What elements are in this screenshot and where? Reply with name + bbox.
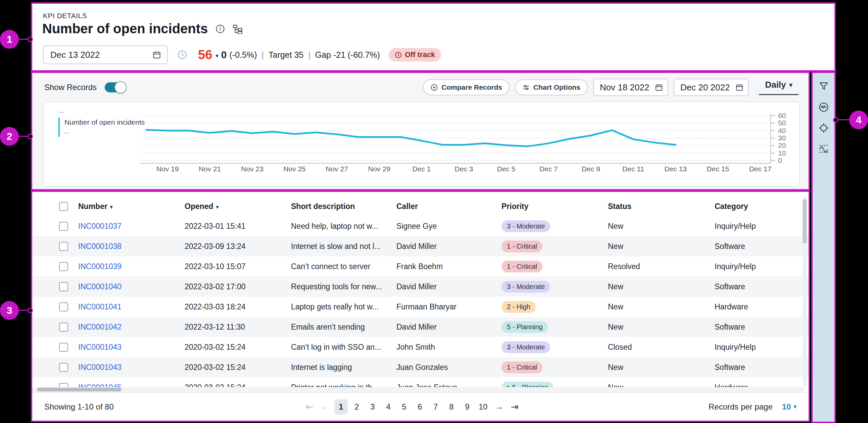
caller-cell: Juan Jose Esteve... xyxy=(396,383,464,387)
column-header[interactable]: Category xyxy=(715,202,809,211)
metric-trend-icon[interactable] xyxy=(818,102,829,113)
row-checkbox[interactable] xyxy=(59,282,68,291)
previous-page-button: ← xyxy=(318,399,332,415)
status-cell: New xyxy=(608,363,623,372)
compare-records-button[interactable]: Compare Records xyxy=(423,79,509,95)
category-cell: Software xyxy=(715,282,745,291)
column-header[interactable]: Status xyxy=(608,202,715,211)
caret-down-icon: ▾ xyxy=(789,81,793,89)
table-row: INC00010432020-03-02 15:24Internet is la… xyxy=(32,357,809,377)
caret-down-icon: ▾ xyxy=(794,403,797,410)
opened-cell: 2020-03-02 15:24 xyxy=(185,343,246,351)
row-checkbox[interactable] xyxy=(59,222,68,231)
caller-cell: David Miller xyxy=(396,242,437,251)
priority-badge: 3 - Moderate xyxy=(501,281,550,293)
chart-options-button[interactable]: Chart Options xyxy=(515,79,588,95)
next-page-button[interactable]: → xyxy=(492,399,505,415)
column-header[interactable]: Caller xyxy=(396,202,501,211)
page-button-7[interactable]: 7 xyxy=(429,399,442,415)
chart-options-label: Chart Options xyxy=(533,83,580,91)
column-header-label: Opened xyxy=(185,202,214,211)
info-icon[interactable] xyxy=(215,24,225,34)
page-button-9[interactable]: 9 xyxy=(461,399,474,415)
incident-number-link[interactable]: INC0001039 xyxy=(78,262,122,271)
opened-cell: 2022-03-12 11:30 xyxy=(185,322,245,331)
incident-number-link[interactable]: INC0001045 xyxy=(78,383,122,387)
threshold-bands-icon[interactable] xyxy=(818,143,829,154)
incident-number-link[interactable]: INC0001043 xyxy=(78,363,122,372)
kpi-header-section: KPI DETAILS Number of open incidents Dec… xyxy=(31,2,836,72)
filter-icon[interactable] xyxy=(818,81,829,92)
granularity-selector[interactable]: Daily ▾ xyxy=(759,80,799,95)
page-button-5[interactable]: 5 xyxy=(397,399,411,415)
svg-text:Nov 27: Nov 27 xyxy=(326,165,348,173)
row-checkbox[interactable] xyxy=(59,363,68,372)
svg-text:20: 20 xyxy=(778,141,786,149)
page-button-1[interactable]: 1 xyxy=(334,399,348,415)
incident-number-link[interactable]: INC0001041 xyxy=(78,302,122,311)
page-button-3[interactable]: 3 xyxy=(366,399,379,415)
range-start-date-picker[interactable]: Nov 18 2022 xyxy=(593,79,668,96)
horizontal-scrollbar[interactable] xyxy=(32,387,804,392)
target-crosshair-icon[interactable] xyxy=(818,123,829,133)
incident-number-link[interactable]: INC0001038 xyxy=(78,242,122,251)
add-circle-icon xyxy=(430,84,438,91)
show-records-toggle[interactable] xyxy=(105,82,126,92)
records-per-page-select[interactable]: 10 ▾ xyxy=(782,402,797,412)
short-description-cell: Internet is lagging xyxy=(291,363,352,372)
incident-number-link[interactable]: INC0001042 xyxy=(78,322,122,331)
vertical-scrollbar[interactable] xyxy=(803,197,807,386)
caller-cell: Signee Gye xyxy=(396,222,437,230)
callout-3: 3 xyxy=(0,301,19,320)
page-button-8[interactable]: 8 xyxy=(445,399,458,415)
page-button-2[interactable]: 2 xyxy=(350,399,364,415)
column-header[interactable]: Number▾ xyxy=(78,202,185,211)
range-end-date-picker[interactable]: Dec 20 2022 xyxy=(674,79,749,96)
table-row: INC00010372022-03-01 15:41Need help, lap… xyxy=(32,216,809,236)
row-checkbox[interactable] xyxy=(59,322,68,332)
opened-cell: 2022-03-02 17:00 xyxy=(185,282,246,291)
column-header[interactable]: Opened▾ xyxy=(185,202,291,211)
callout-4: 4 xyxy=(849,111,868,129)
status-cell: New xyxy=(608,302,623,311)
row-checkbox[interactable] xyxy=(59,343,68,352)
row-checkbox[interactable] xyxy=(59,302,68,311)
incident-number-link[interactable]: INC0001040 xyxy=(78,282,122,291)
page-button-10[interactable]: 10 xyxy=(476,399,490,415)
incident-number-link[interactable]: INC0001043 xyxy=(78,343,122,351)
range-start-value: Nov 18 2022 xyxy=(600,82,649,93)
kpi-date-value: Dec 13 2022 xyxy=(50,50,100,60)
column-header-label: Short description xyxy=(291,202,355,211)
priority-badge: 2 - High xyxy=(501,301,536,313)
horizontal-scrollbar-thumb[interactable] xyxy=(37,388,122,391)
page-button-4[interactable]: 4 xyxy=(382,399,395,415)
table-row: INC00010412022-03-03 18:24Laptop gets re… xyxy=(32,297,809,317)
column-header-label: Status xyxy=(608,202,631,211)
separator: | xyxy=(261,50,264,60)
line-chart-canvas[interactable]: 0102030405060Nov 19Nov 21Nov 23Nov 25Nov… xyxy=(43,102,801,188)
select-all-checkbox[interactable] xyxy=(59,202,68,211)
category-cell: Hardware xyxy=(715,383,748,387)
svg-text:Dec 13: Dec 13 xyxy=(664,165,687,173)
pager: ⇤←12345678910→⇥ xyxy=(303,399,521,415)
screenshot-stage: KPI DETAILS Number of open incidents Dec… xyxy=(0,0,868,423)
kpi-metrics: 56 ▾ 0 (-0.5%) | Target 35 | Gap -21 (-6… xyxy=(177,45,441,64)
vertical-scrollbar-thumb[interactable] xyxy=(803,199,807,244)
category-cell: Inquiry/Help xyxy=(715,222,756,230)
svg-text:Nov 23: Nov 23 xyxy=(241,165,264,173)
column-header[interactable]: Short description xyxy=(291,202,396,211)
row-checkbox[interactable] xyxy=(59,242,68,251)
kpi-date-picker[interactable]: Dec 13 2022 xyxy=(43,45,168,64)
priority-badge: 1 - Critical xyxy=(501,261,542,273)
breakdown-hierarchy-icon[interactable] xyxy=(232,24,243,34)
incident-number-link[interactable]: INC0001037 xyxy=(78,222,122,230)
sliders-icon xyxy=(522,84,530,91)
page-button-6[interactable]: 6 xyxy=(413,399,427,415)
column-header[interactable]: Priority xyxy=(501,202,608,211)
show-records-label: Show Records xyxy=(44,83,97,92)
row-checkbox[interactable] xyxy=(59,262,68,271)
row-checkbox[interactable] xyxy=(59,383,68,387)
trend-down-icon[interactable]: ▾ xyxy=(216,52,218,59)
sort-caret-icon: ▾ xyxy=(110,204,113,210)
last-page-button[interactable]: ⇥ xyxy=(508,399,521,415)
